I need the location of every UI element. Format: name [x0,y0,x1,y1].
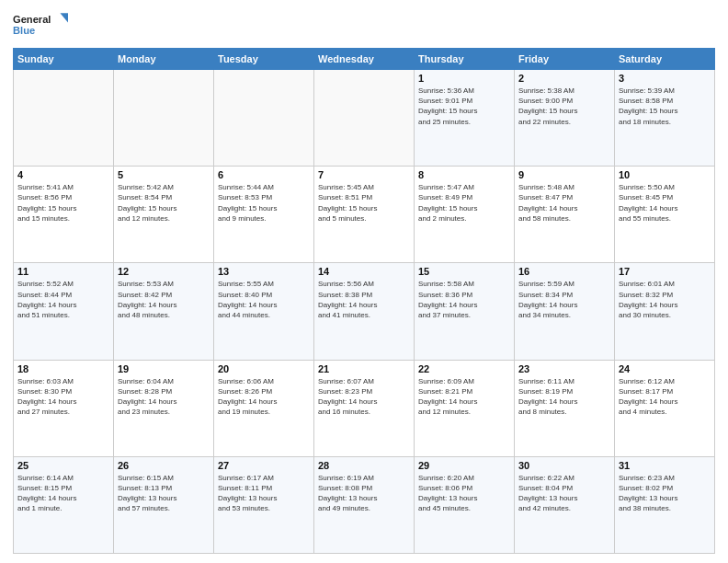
day-number: 30 [518,460,610,471]
day-number: 21 [318,363,410,374]
calendar-cell: 1Sunrise: 5:36 AMSunset: 9:01 PMDaylight… [415,70,515,167]
week-row-5: 25Sunrise: 6:14 AMSunset: 8:15 PMDayligh… [14,456,715,553]
calendar-cell: 12Sunrise: 5:53 AMSunset: 8:42 PMDayligh… [114,263,214,360]
day-info: Sunrise: 5:47 AMSunset: 8:49 PMDaylight:… [418,182,510,224]
day-number: 7 [318,169,410,180]
calendar-cell: 18Sunrise: 6:03 AMSunset: 8:30 PMDayligh… [14,360,114,456]
week-row-3: 11Sunrise: 5:52 AMSunset: 8:44 PMDayligh… [14,263,715,360]
header-row: SundayMondayTuesdayWednesdayThursdayFrid… [14,49,715,70]
calendar-cell: 6Sunrise: 5:44 AMSunset: 8:53 PMDaylight… [214,167,314,263]
day-number: 22 [418,363,510,374]
calendar-cell: 21Sunrise: 6:07 AMSunset: 8:23 PMDayligh… [314,360,415,456]
week-row-1: 1Sunrise: 5:36 AMSunset: 9:01 PMDaylight… [14,70,715,167]
page: General Blue SundayMondayTuesdayWednesda… [0,0,728,563]
day-info: Sunrise: 5:38 AMSunset: 9:00 PMDaylight:… [518,86,610,127]
day-info: Sunrise: 5:56 AMSunset: 8:38 PMDaylight:… [318,279,410,320]
day-info: Sunrise: 6:17 AMSunset: 8:11 PMDaylight:… [218,473,310,514]
calendar-cell: 3Sunrise: 5:39 AMSunset: 8:58 PMDaylight… [615,70,715,167]
day-info: Sunrise: 6:01 AMSunset: 8:32 PMDaylight:… [619,279,711,320]
header-sunday: Sunday [14,49,114,70]
day-number: 29 [418,460,510,471]
day-number: 10 [619,169,711,180]
day-number: 3 [619,73,711,84]
day-number: 28 [318,460,410,471]
header-saturday: Saturday [615,49,715,70]
day-number: 18 [17,363,109,374]
day-info: Sunrise: 5:50 AMSunset: 8:45 PMDaylight:… [619,182,711,224]
calendar-cell: 16Sunrise: 5:59 AMSunset: 8:34 PMDayligh… [515,263,615,360]
day-number: 9 [518,169,610,180]
calendar-table: SundayMondayTuesdayWednesdayThursdayFrid… [13,48,715,554]
svg-text:General: General [13,14,51,25]
header-wednesday: Wednesday [314,49,415,70]
day-info: Sunrise: 6:22 AMSunset: 8:04 PMDaylight:… [518,473,610,514]
day-info: Sunrise: 6:14 AMSunset: 8:15 PMDaylight:… [17,473,109,514]
svg-text:Blue: Blue [13,25,35,36]
calendar-cell [314,70,415,167]
day-info: Sunrise: 6:15 AMSunset: 8:13 PMDaylight:… [118,473,210,514]
logo: General Blue [13,9,68,42]
day-info: Sunrise: 5:55 AMSunset: 8:40 PMDaylight:… [218,279,310,320]
day-info: Sunrise: 5:58 AMSunset: 8:36 PMDaylight:… [418,279,510,320]
day-number: 13 [218,266,310,277]
calendar-cell: 30Sunrise: 6:22 AMSunset: 8:04 PMDayligh… [515,456,615,553]
day-number: 2 [518,73,610,84]
day-number: 25 [17,460,109,471]
day-info: Sunrise: 5:36 AMSunset: 9:01 PMDaylight:… [418,86,510,127]
day-info: Sunrise: 6:11 AMSunset: 8:19 PMDaylight:… [518,376,610,418]
calendar-cell [114,70,214,167]
day-info: Sunrise: 6:03 AMSunset: 8:30 PMDaylight:… [17,376,109,418]
header-friday: Friday [515,49,615,70]
day-info: Sunrise: 5:41 AMSunset: 8:56 PMDaylight:… [17,182,109,224]
day-number: 20 [218,363,310,374]
day-info: Sunrise: 6:07 AMSunset: 8:23 PMDaylight:… [318,376,410,418]
day-number: 27 [218,460,310,471]
day-info: Sunrise: 5:48 AMSunset: 8:47 PMDaylight:… [518,182,610,224]
calendar-header: SundayMondayTuesdayWednesdayThursdayFrid… [14,49,715,70]
day-number: 6 [218,169,310,180]
day-info: Sunrise: 6:23 AMSunset: 8:02 PMDaylight:… [619,473,711,514]
day-number: 16 [518,266,610,277]
header-monday: Monday [114,49,214,70]
calendar-cell: 23Sunrise: 6:11 AMSunset: 8:19 PMDayligh… [515,360,615,456]
calendar-cell: 25Sunrise: 6:14 AMSunset: 8:15 PMDayligh… [14,456,114,553]
calendar-cell: 2Sunrise: 5:38 AMSunset: 9:00 PMDaylight… [515,70,615,167]
day-info: Sunrise: 6:09 AMSunset: 8:21 PMDaylight:… [418,376,510,418]
week-row-4: 18Sunrise: 6:03 AMSunset: 8:30 PMDayligh… [14,360,715,456]
day-info: Sunrise: 6:04 AMSunset: 8:28 PMDaylight:… [118,376,210,418]
day-number: 31 [619,460,711,471]
week-row-2: 4Sunrise: 5:41 AMSunset: 8:56 PMDaylight… [14,167,715,263]
svg-marker-2 [60,13,68,22]
day-info: Sunrise: 5:44 AMSunset: 8:53 PMDaylight:… [218,182,310,224]
day-number: 19 [118,363,210,374]
calendar-cell [14,70,114,167]
day-info: Sunrise: 6:19 AMSunset: 8:08 PMDaylight:… [318,473,410,514]
day-number: 1 [418,73,510,84]
day-number: 23 [518,363,610,374]
day-info: Sunrise: 6:06 AMSunset: 8:26 PMDaylight:… [218,376,310,418]
day-number: 12 [118,266,210,277]
day-number: 8 [418,169,510,180]
calendar-cell: 29Sunrise: 6:20 AMSunset: 8:06 PMDayligh… [415,456,515,553]
day-number: 26 [118,460,210,471]
day-info: Sunrise: 5:59 AMSunset: 8:34 PMDaylight:… [518,279,610,320]
calendar-cell: 10Sunrise: 5:50 AMSunset: 8:45 PMDayligh… [615,167,715,263]
day-number: 11 [17,266,109,277]
logo-svg: General Blue [13,9,68,42]
calendar-cell: 15Sunrise: 5:58 AMSunset: 8:36 PMDayligh… [415,263,515,360]
day-number: 24 [619,363,711,374]
day-info: Sunrise: 6:20 AMSunset: 8:06 PMDaylight:… [418,473,510,514]
calendar-cell: 11Sunrise: 5:52 AMSunset: 8:44 PMDayligh… [14,263,114,360]
calendar-cell: 9Sunrise: 5:48 AMSunset: 8:47 PMDaylight… [515,167,615,263]
calendar-cell: 17Sunrise: 6:01 AMSunset: 8:32 PMDayligh… [615,263,715,360]
calendar-cell: 26Sunrise: 6:15 AMSunset: 8:13 PMDayligh… [114,456,214,553]
calendar-cell: 4Sunrise: 5:41 AMSunset: 8:56 PMDaylight… [14,167,114,263]
day-info: Sunrise: 5:52 AMSunset: 8:44 PMDaylight:… [17,279,109,320]
calendar-cell: 5Sunrise: 5:42 AMSunset: 8:54 PMDaylight… [114,167,214,263]
day-number: 5 [118,169,210,180]
day-number: 17 [619,266,711,277]
day-info: Sunrise: 5:42 AMSunset: 8:54 PMDaylight:… [118,182,210,224]
day-info: Sunrise: 6:12 AMSunset: 8:17 PMDaylight:… [619,376,711,418]
calendar-cell: 14Sunrise: 5:56 AMSunset: 8:38 PMDayligh… [314,263,415,360]
day-info: Sunrise: 5:45 AMSunset: 8:51 PMDaylight:… [318,182,410,224]
